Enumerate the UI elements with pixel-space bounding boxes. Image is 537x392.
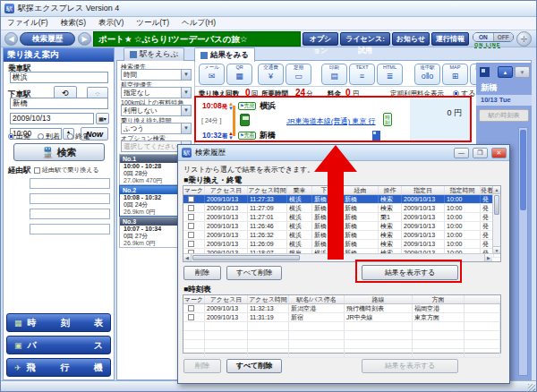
cell: 横浜 [287,231,312,239]
timetable-badge[interactable]: 時刻 [383,113,392,126]
toolbar-HTML-button[interactable]: HTML≣ [377,64,403,85]
line-link[interactable]: JR東海道本線(普通) 東京 行 [286,116,376,126]
maximize-button[interactable]: ❐ [473,148,488,158]
delete-all-button[interactable]: すべて削除 [226,359,282,373]
via-transfer-checkbox[interactable]: 経由駅で乗り換える [34,166,99,175]
toolbar-交通費-button[interactable]: 交通費¥ [258,64,284,85]
via-station-input-2[interactable] [30,193,110,204]
dialog-title-bar[interactable]: 駅 検索履歴 — ❐ ✕ [178,145,509,161]
panel-scrollbar[interactable] [518,127,528,376]
scroll-left-arrow[interactable]: ◀ [183,254,192,261]
tab-select-station[interactable]: 駅をえらぶ [124,47,184,61]
transport-button-2[interactable]: ✈飛行機 [6,358,111,377]
table-row[interactable]: 2009/10/1311:32:13新潟空港飛行機時刻表福岡空港 [183,304,500,313]
nav-button-2[interactable]: お知らせ [392,32,430,46]
menu-item-0[interactable]: ファイル(F) [1,18,55,29]
scroll-right-arrow[interactable]: ▶ [484,254,492,261]
交通費-icon: ¥ [259,71,283,81]
toolbar-MAP-button[interactable]: MAP⊞ [442,64,468,85]
table-row[interactable]: 2009/10/1311:26:09横浜新橋新橋検索2009/10/1310:0… [183,240,500,249]
row-checkbox[interactable] [188,196,194,202]
depart-radio-終電[interactable]: 終電 [67,132,90,141]
commuter-yes-radio[interactable]: する [453,89,475,98]
scroll-thumb[interactable] [192,255,300,260]
depart-radio-到着[interactable]: 到着 [38,132,60,141]
delete-button[interactable]: 削除 [183,266,221,280]
row-checkbox[interactable] [188,305,194,311]
station-timetable-button[interactable]: 駅の時刻表 [479,109,529,122]
toolbar-定期-button[interactable]: 定期▭ [286,64,311,85]
panel-collapse-button[interactable]: ▲ [498,66,513,78]
checkbox-icon[interactable] [34,167,40,174]
history-back-button[interactable]: ◀ [4,32,18,46]
reorder-arrows-icon[interactable]: ▲▼ [227,132,234,141]
scroll-thumb[interactable] [494,195,499,215]
option-dropdown-1[interactable]: 指定なし▼ [121,87,192,98]
show-result-button-disabled[interactable]: 結果を表示する [362,359,458,373]
search-button[interactable]: 🚆 検索 [13,143,105,161]
table-row[interactable]: 2009/10/1311:26:32横浜新橋新橋検索2009/10/1310:0… [183,231,500,240]
via-station-input-3[interactable] [30,209,110,219]
connection-dial-icon[interactable]: ✛ [516,31,532,47]
menu-item-4[interactable]: ヘルプ(H) [175,18,222,29]
table-row[interactable]: 2009/10/1311:31:19新宿JR中央線東京方面 [183,313,500,322]
nav-button-0[interactable]: オプション [303,32,338,46]
minimize-button[interactable]: — [454,148,469,158]
promo-banner[interactable]: ポート★ ☆ぶらり!ツーデーパスの旅☆ [93,31,301,47]
cell: 東京方面 [413,313,465,321]
table-row[interactable]: 2009/10/1311:27:33横浜新橋新橋検索2009/10/1310:0… [183,195,500,204]
date-picker-button[interactable]: ▦▾ [96,113,109,124]
transport-button-0[interactable]: ▦時刻表 [6,313,111,332]
row-checkbox[interactable] [188,223,194,229]
table1-horizontal-scrollbar[interactable]: ◀▶ [183,253,492,261]
menu-item-1[interactable]: 検索(S) [55,18,92,29]
row-checkbox[interactable] [188,205,194,211]
from-station-input[interactable]: 横浜 [10,72,108,83]
station-building-icon[interactable] [372,131,380,141]
scroll-down-arrow[interactable]: ▼ [493,246,500,254]
transfer-count: 0 [245,88,251,98]
depart-radio-出発[interactable]: 出発 [8,132,30,141]
close-button[interactable]: ✕ [491,148,507,158]
to-station-input[interactable]: 新橋 [10,98,108,109]
toggle-off[interactable]: OFF [494,33,514,41]
row-checkbox[interactable] [188,232,194,238]
option-dropdown-2[interactable]: 利用しない▼ [121,105,192,116]
row-checkbox[interactable] [188,241,194,247]
table1-vertical-scrollbar[interactable]: ▲▼ [492,186,500,254]
table-row[interactable]: 2009/10/1311:27:09横浜新橋新橋検索2009/10/1310:0… [183,204,500,213]
menu-item-3[interactable]: ツール(T) [130,18,175,29]
toolbar-QR-button[interactable]: QR▦ [226,64,252,85]
cell: 横浜 [287,222,312,230]
via-station-input-4[interactable] [30,224,110,234]
toggle-on[interactable]: ON [473,33,494,41]
toolbar-途中駅-button[interactable]: 途中駅o‖o [414,64,440,85]
history-forward-button[interactable]: ▶ [78,32,91,46]
tab-icon [130,51,137,58]
search-history-nav-button[interactable]: 検索履歴 [20,32,75,46]
date-input[interactable]: 2009/10/13 [10,113,94,124]
online-toggle[interactable]: ON OFF [473,32,514,42]
scroll-up-arrow[interactable]: ▲ [493,186,500,194]
table-row[interactable]: 2009/10/1311:27:01横浜新橋新橋乗12009/10/1310:0… [183,213,500,222]
toolbar-印刷-button[interactable]: 印刷▤ [321,64,347,85]
via-station-input-1[interactable] [30,178,110,189]
delete-button-disabled[interactable]: 削除 [183,359,221,373]
nav-button-3[interactable]: 運行情報 [431,32,469,46]
row-checkbox[interactable] [188,214,194,220]
row-checkbox[interactable] [188,314,194,320]
panel-expand-button[interactable]: ▼ [515,66,530,78]
cell: 新橋 [343,222,379,230]
toolbar-TEXT-button[interactable]: TEXT≡ [349,64,375,85]
option-dropdown-0[interactable]: 時間▼ [121,69,192,81]
table-row[interactable]: 2009/10/1311:26:46横浜新橋新橋検索2009/10/1310:0… [183,222,500,231]
delete-all-button[interactable]: すべて削除 [226,266,282,280]
nav-button-1[interactable]: ライセンス:試用 [340,32,390,46]
tab-view-result[interactable]: 結果をみる [194,47,255,62]
toolbar-メール-button[interactable]: メール✉ [199,64,225,85]
transport-button-1[interactable]: ▣バス [6,336,111,354]
resize-grip[interactable] [528,384,535,391]
show-result-button[interactable]: 結果を表示する [362,265,458,280]
menu-item-2[interactable]: 表示(V) [92,18,130,29]
option-dropdown-3[interactable]: ふつう▼ [121,123,192,134]
